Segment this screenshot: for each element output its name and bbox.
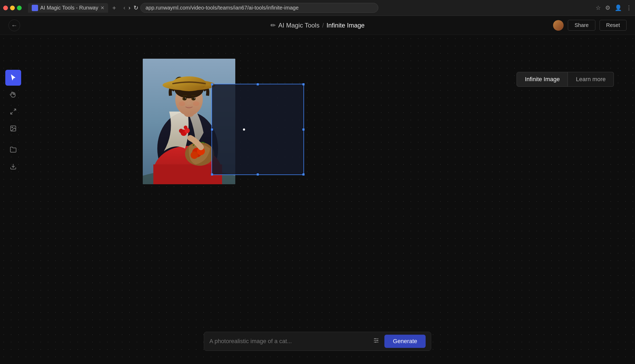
svg-point-35 [377, 340, 378, 341]
menu-icon[interactable]: ⋮ [626, 4, 632, 11]
image-icon [10, 125, 17, 132]
settings-sliders-icon [373, 337, 380, 344]
extension-icon[interactable]: ⚙ [605, 4, 610, 11]
prompt-bar: Generate [204, 332, 431, 351]
hand-icon [10, 91, 17, 98]
tab-close-btn[interactable]: ✕ [100, 5, 104, 11]
profile-icon[interactable]: 👤 [615, 4, 622, 11]
share-button[interactable]: Share [568, 20, 595, 31]
folder-icon [10, 146, 17, 153]
infinite-image-label: Infinite Image [517, 72, 568, 87]
svg-line-1 [11, 112, 13, 114]
breadcrumb-page: Infinite Image [326, 22, 365, 29]
svg-rect-9 [153, 164, 222, 184]
user-avatar[interactable] [553, 20, 564, 31]
svg-point-3 [12, 127, 13, 128]
folder-button[interactable] [5, 142, 21, 158]
tab-label: AI Magic Tools - Runway [40, 5, 98, 11]
svg-point-28 [194, 98, 195, 99]
header-title: ✏ AI Magic Tools / Infinite Image [270, 22, 365, 29]
tab-favicon [32, 5, 38, 11]
tool-group-primary [5, 70, 21, 136]
window-close-btn[interactable] [3, 6, 8, 10]
svg-point-13 [184, 126, 187, 129]
nav-forward-btn[interactable]: › [128, 4, 130, 11]
back-button[interactable]: ← [8, 20, 20, 31]
window-minimize-btn[interactable] [10, 6, 15, 10]
app-header: ← ✏ AI Magic Tools / Infinite Image Shar… [0, 16, 635, 35]
browser-tab[interactable]: AI Magic Tools - Runway ✕ [28, 3, 108, 13]
browser-actions: ☆ ⚙ 👤 ⋮ [596, 4, 632, 11]
download-button[interactable] [5, 159, 21, 174]
cursor-icon [10, 74, 17, 81]
painting [143, 59, 235, 184]
portrait-svg [143, 59, 235, 184]
window-maximize-btn[interactable] [17, 6, 22, 10]
generate-button[interactable]: Generate [384, 335, 426, 348]
prompt-settings-button[interactable] [371, 335, 381, 347]
painting-container [143, 59, 235, 184]
address-bar[interactable]: app.runwayml.com/video-tools/teams/ian67… [140, 3, 378, 13]
image-tool-button[interactable] [5, 121, 21, 136]
nav-refresh-btn[interactable]: ↻ [134, 4, 138, 11]
info-panel: Infinite Image Learn more [517, 72, 614, 87]
prompt-input[interactable] [209, 338, 368, 345]
wand-icon: ✏ [270, 22, 276, 29]
browser-controls: ‹ › ↻ [123, 3, 139, 12]
browser-chrome: AI Magic Tools - Runway ✕ + ‹ › ↻ app.ru… [0, 0, 635, 16]
reset-button[interactable]: Reset [600, 20, 627, 31]
svg-point-12 [179, 129, 183, 133]
svg-point-17 [191, 151, 198, 159]
canvas-area[interactable]: Infinite Image Learn more [0, 35, 635, 364]
svg-point-34 [375, 338, 376, 339]
header-right: Share Reset [553, 20, 627, 31]
breadcrumb-separator: / [322, 22, 324, 29]
learn-more-button[interactable]: Learn more [568, 72, 614, 87]
nav-back-btn[interactable]: ‹ [123, 4, 125, 11]
svg-point-27 [185, 98, 186, 99]
cursor-tool-button[interactable] [5, 70, 21, 86]
tool-group-secondary [5, 142, 21, 174]
svg-point-29 [179, 101, 185, 106]
expand-icon [10, 108, 17, 115]
hand-tool-button[interactable] [5, 87, 21, 103]
svg-point-36 [375, 342, 376, 343]
download-icon [10, 163, 17, 170]
bookmark-icon[interactable]: ☆ [596, 4, 601, 11]
svg-line-0 [14, 109, 16, 111]
expand-tool-button[interactable] [5, 104, 21, 119]
svg-point-30 [193, 101, 199, 106]
breadcrumb-tools: AI Magic Tools [278, 22, 320, 29]
left-toolbar [5, 70, 21, 179]
new-tab-button[interactable]: + [110, 3, 118, 13]
